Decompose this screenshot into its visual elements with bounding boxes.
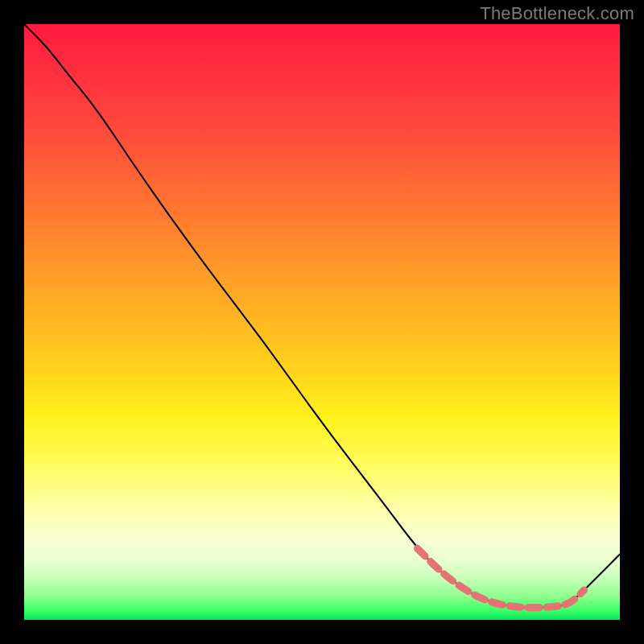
plot-area bbox=[24, 24, 620, 620]
chart-frame: TheBottleneck.com bbox=[0, 0, 644, 644]
bottleneck-curve bbox=[24, 24, 620, 608]
watermark-text: TheBottleneck.com bbox=[480, 3, 634, 24]
optimal-range-dashes bbox=[417, 548, 584, 608]
curve-layer bbox=[24, 24, 620, 620]
